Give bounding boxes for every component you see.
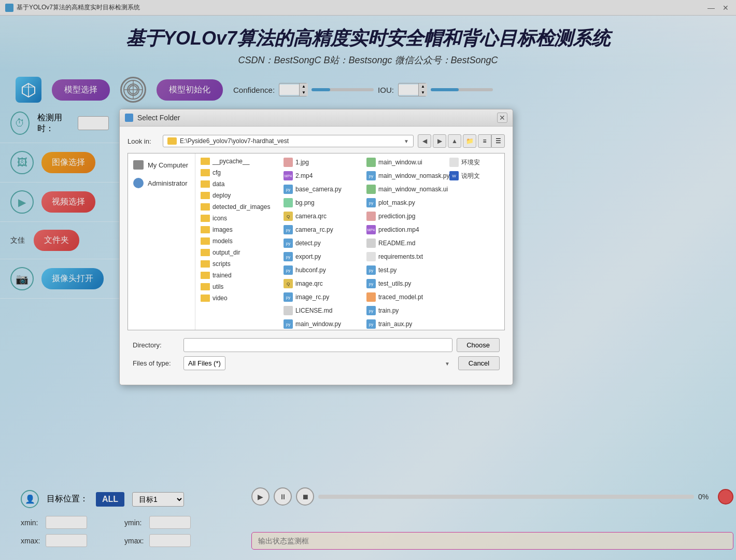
file-name: test_utils.py xyxy=(378,280,411,287)
nav-forward-button[interactable]: ▶ xyxy=(433,134,446,148)
py-icon: py xyxy=(284,185,293,194)
file-huanjing[interactable]: 环境安 xyxy=(447,156,504,169)
file-camera-rc[interactable]: py camera_rc.py xyxy=(281,223,364,236)
file-test-utils[interactable]: py test_utils.py xyxy=(364,277,447,290)
file-name: traced_model.pt xyxy=(378,293,423,301)
file-name: base_camera.py xyxy=(295,186,342,193)
qrc-icon: Q xyxy=(284,212,293,221)
file-readme[interactable]: README.md xyxy=(364,237,447,249)
file-name: 1.jpg xyxy=(295,159,309,166)
sidebar-item-mycomputer[interactable]: My Computer xyxy=(128,156,195,174)
file-shuoming[interactable]: W 说明文 xyxy=(447,170,504,182)
filetype-row: Files of type: All Files (*) Cancel xyxy=(133,356,500,370)
file-name: test.py xyxy=(378,267,397,274)
file-image-rc[interactable]: py image_rc.py xyxy=(281,291,364,303)
file-license[interactable]: LICENSE.md xyxy=(281,304,364,317)
file-utils[interactable]: utils xyxy=(198,282,281,292)
choose-button[interactable]: Choose xyxy=(457,338,500,352)
py-icon: py xyxy=(366,306,376,315)
mp4-icon: MP4 xyxy=(366,225,376,234)
file-requirements[interactable]: requirements.txt xyxy=(364,250,447,263)
file-name: cfg xyxy=(213,169,221,176)
jpg-icon xyxy=(284,158,293,167)
file-name: main_window_nomask.ui xyxy=(378,186,448,193)
cancel-button[interactable]: Cancel xyxy=(458,356,500,370)
py-icon: py xyxy=(366,171,376,180)
file-export[interactable]: py export.py xyxy=(281,250,364,263)
view-list-button[interactable]: ≡ xyxy=(478,134,491,148)
view-details-button[interactable]: ☰ xyxy=(491,134,505,148)
file-name: output_dir xyxy=(213,249,240,256)
file-main-window-nomask-py[interactable]: py main_window_nomask.py xyxy=(364,170,447,182)
doc-icon xyxy=(449,158,459,167)
file-name: camera.qrc xyxy=(295,213,327,220)
folder-icon xyxy=(201,237,210,245)
file-pycache[interactable]: __pycache__ xyxy=(198,156,281,166)
file-output-dir[interactable]: output_dir xyxy=(198,247,281,258)
filetype-select[interactable]: All Files (*) xyxy=(183,356,225,370)
file-name: main_window.ui xyxy=(378,159,422,166)
file-trained[interactable]: trained xyxy=(198,270,281,281)
file-prediction-mp4[interactable]: MP4 prediction.mp4 xyxy=(364,223,447,236)
directory-label: Directory: xyxy=(133,341,179,349)
file-icons[interactable]: icons xyxy=(198,213,281,223)
file-base-camera[interactable]: py base_camera.py xyxy=(281,183,364,195)
file-data[interactable]: data xyxy=(198,179,281,189)
folder-icon xyxy=(201,180,210,188)
files-pane[interactable]: __pycache__ cfg data xyxy=(195,153,504,330)
file-image-qrc[interactable]: Q image.qrc xyxy=(281,277,364,290)
py-icon: py xyxy=(284,225,293,234)
file-detect[interactable]: py detect.py xyxy=(281,237,364,249)
py-icon: py xyxy=(284,239,293,248)
directory-input[interactable] xyxy=(183,338,452,352)
file-plot-mask[interactable]: py plot_mask.py xyxy=(364,197,447,209)
file-traced-model[interactable]: traced_model.pt xyxy=(364,291,447,303)
file-deploy[interactable]: deploy xyxy=(198,190,281,201)
look-in-combo[interactable]: E:\Pyside6_yolov7\yolov7-hardhat_vest ▼ xyxy=(163,135,414,147)
file-name: video xyxy=(213,295,228,302)
file-scripts[interactable]: scripts xyxy=(198,259,281,269)
file-bg-png[interactable]: bg.png xyxy=(281,197,364,209)
nav-back-button[interactable]: ◀ xyxy=(418,134,431,148)
file-test[interactable]: py test.py xyxy=(364,264,447,276)
file-1jpg[interactable]: 1.jpg xyxy=(281,156,364,169)
folder-icon-small xyxy=(167,137,177,145)
file-main-window-nomask-ui[interactable]: main_window_nomask.ui xyxy=(364,183,447,195)
file-models[interactable]: models xyxy=(198,236,281,246)
file-train-aux[interactable]: py train_aux.py xyxy=(364,318,447,330)
file-name: __pycache__ xyxy=(213,158,249,165)
file-cfg[interactable]: cfg xyxy=(198,167,281,178)
py-icon: py xyxy=(366,198,376,207)
file-main-window-ui[interactable]: main_window.ui xyxy=(364,156,447,169)
dialog-close-button[interactable]: ✕ xyxy=(497,113,507,123)
file-main-window[interactable]: py main_window.py xyxy=(281,318,364,330)
dialog-title: Select Folder xyxy=(137,114,497,122)
file-images[interactable]: images xyxy=(198,225,281,235)
file-video[interactable]: video xyxy=(198,293,281,303)
qrc-icon: Q xyxy=(284,279,293,288)
file-name: prediction.jpg xyxy=(378,213,415,220)
nav-create-folder-button[interactable]: 📁 xyxy=(463,134,476,148)
md-icon xyxy=(284,306,293,315)
file-name: images xyxy=(213,226,233,233)
nav-up-button[interactable]: ▲ xyxy=(448,134,461,148)
file-name: image_rc.py xyxy=(295,293,329,301)
md-icon xyxy=(366,239,376,248)
py-icon: py xyxy=(366,279,376,288)
file-hubconf[interactable]: py hubconf.py xyxy=(281,264,364,276)
select-folder-dialog: Select Folder ✕ Look in: E:\Pyside6_yolo… xyxy=(119,109,513,385)
file-train[interactable]: py train.py xyxy=(364,304,447,317)
sidebar-item-administrator[interactable]: Administrator xyxy=(128,174,195,192)
dialog-icon xyxy=(125,114,133,122)
file-prediction-jpg[interactable]: prediction.jpg xyxy=(364,210,447,222)
sidebar-pane: My Computer Administrator xyxy=(128,153,195,330)
file-detected-dir[interactable]: detected_dir_images xyxy=(198,202,281,212)
file-name: camera_rc.py xyxy=(295,226,333,233)
dialog-body: Look in: E:\Pyside6_yolov7\yolov7-hardha… xyxy=(120,127,513,385)
file-2mp4[interactable]: MP4 2.mp4 xyxy=(281,170,364,182)
files-col-2: 1.jpg MP4 2.mp4 py base_camera.py xyxy=(281,156,364,330)
file-name: prediction.mp4 xyxy=(378,226,419,233)
dropdown-arrow-icon: ▼ xyxy=(404,138,409,144)
file-camera-qrc[interactable]: Q camera.qrc xyxy=(281,210,364,222)
file-name: train.py xyxy=(378,307,399,314)
